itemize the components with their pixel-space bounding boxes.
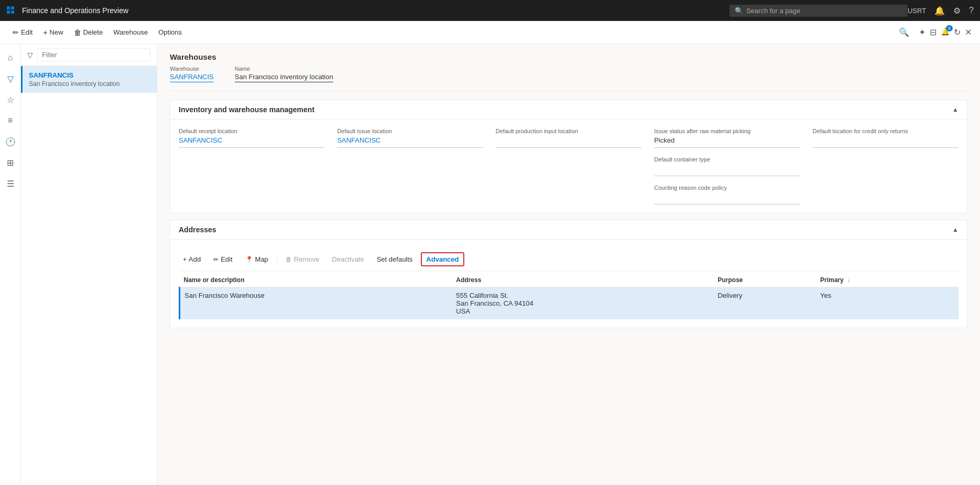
search-icon: 🔍	[735, 7, 743, 15]
new-label: New	[50, 28, 63, 36]
inventory-section-header[interactable]: Inventory and warehouse management ▲	[170, 100, 967, 120]
field-counting-reason-label: Counting reason code policy	[654, 185, 800, 191]
warehouses-title: Warehouses	[170, 52, 967, 61]
map-address-button[interactable]: 📍 Map	[241, 253, 273, 265]
advanced-label: Advanced	[426, 255, 459, 263]
refresh-icon[interactable]: ↻	[954, 27, 961, 37]
inventory-section: Inventory and warehouse management ▲ Def…	[170, 100, 967, 213]
delete-button[interactable]: 🗑 Delete	[70, 25, 107, 40]
section-divider-1	[170, 91, 967, 91]
warehouse-name-value[interactable]: San Francisco inventory location	[235, 73, 333, 82]
list-panel: ▽ SANFRANCIS San Francisco inventory loc…	[21, 44, 157, 485]
user-display: USRT	[908, 7, 926, 15]
warehouse-id-value[interactable]: SANFRANCIS	[170, 73, 214, 82]
svg-rect-3	[11, 10, 14, 14]
list-filter-input[interactable]	[37, 48, 150, 61]
warehouse-id-label: Warehouse	[170, 66, 214, 72]
sort-icon: ↓	[847, 277, 850, 283]
advanced-button[interactable]: Advanced	[421, 252, 464, 266]
warehouse-button[interactable]: Warehouse	[109, 25, 152, 39]
field-default-issue: Default issue location SANFANCISC	[337, 128, 483, 148]
svg-rect-2	[7, 10, 10, 14]
field-default-receipt-value[interactable]: SANFANCISC	[179, 136, 324, 148]
inventory-section-content: Default receipt location SANFANCISC Defa…	[170, 120, 967, 213]
topnav-right: USRT 🔔 ⚙ ?	[908, 6, 974, 16]
edit-address-button[interactable]: ✏ Edit	[209, 253, 236, 265]
sidebar-home-icon[interactable]: ⌂	[1, 48, 20, 67]
global-search[interactable]: 🔍	[729, 5, 908, 17]
add-label: Add	[189, 255, 201, 263]
field-issue-status: Issue status after raw material picking …	[654, 128, 800, 148]
app-menu-icon[interactable]	[6, 6, 16, 15]
new-button[interactable]: + New	[39, 25, 67, 40]
field-default-issue-value[interactable]: SANFANCISC	[337, 136, 483, 148]
svg-rect-0	[7, 6, 10, 9]
remove-label: Remove	[294, 255, 319, 263]
field-credit-returns: Default location for credit only returns	[813, 128, 959, 148]
remove-address-button[interactable]: 🗑 Remove	[281, 253, 323, 265]
notification-badge[interactable]: 🔔8	[941, 27, 950, 37]
table-row[interactable]: San Francisco Warehouse 555 California S…	[180, 287, 959, 320]
inventory-fields-grid: Default receipt location SANFANCISC Defa…	[179, 128, 959, 204]
col-address-header: Address	[452, 273, 713, 287]
edit-button[interactable]: ✏ Edit	[8, 25, 37, 40]
edit-addr-label: Edit	[221, 255, 232, 263]
list-filter-icon[interactable]: ▽	[27, 51, 33, 59]
sidebar-recent-icon[interactable]: 🕐	[1, 132, 20, 151]
search-input[interactable]	[746, 7, 902, 15]
warehouse-fields: Warehouse SANFRANCIS Name San Francisco …	[170, 66, 967, 82]
map-label: Map	[255, 255, 268, 263]
col-purpose-header: Purpose	[713, 273, 816, 287]
sidebar-favorites-icon[interactable]: ☆	[1, 90, 20, 109]
field-default-production: Default production input location	[496, 128, 641, 148]
add-address-button[interactable]: + Add	[179, 253, 205, 265]
settings-icon[interactable]: ⚙	[953, 6, 961, 16]
delete-icon: 🗑	[74, 28, 81, 37]
sidebar-filter-icon[interactable]: ▽	[1, 69, 20, 88]
close-icon[interactable]: ✕	[965, 27, 972, 37]
warehouse-name-field: Name San Francisco inventory location	[235, 66, 333, 82]
field-credit-returns-value[interactable]	[813, 136, 959, 148]
options-button[interactable]: Options	[154, 25, 186, 39]
deactivate-address-button[interactable]: Deactivate	[328, 253, 368, 265]
field-container-type-value[interactable]	[654, 165, 800, 176]
cell-name: San Francisco Warehouse	[180, 287, 452, 320]
addresses-section-title: Addresses	[179, 225, 216, 234]
help-icon[interactable]: ?	[969, 6, 974, 15]
field-issue-status-value[interactable]: Picked	[654, 136, 800, 148]
layout-icon[interactable]: ⊟	[930, 27, 937, 37]
field-credit-returns-label: Default location for credit only returns	[813, 128, 959, 134]
map-icon: 📍	[245, 256, 253, 263]
warehouse-label: Warehouse	[113, 28, 148, 36]
field-default-issue-label: Default issue location	[337, 128, 483, 134]
list-item[interactable]: SANFRANCIS San Francisco inventory locat…	[21, 66, 157, 93]
command-search-icon[interactable]: 🔍	[896, 24, 912, 40]
command-bar: ✏ Edit + New 🗑 Delete Warehouse Options …	[0, 21, 980, 44]
sidebar-menu-icon[interactable]: ≡	[1, 111, 20, 130]
field-default-receipt-label: Default receipt location	[179, 128, 324, 134]
addresses-section-header[interactable]: Addresses ▲	[170, 220, 967, 240]
edit-addr-icon: ✏	[213, 256, 219, 263]
edit-icon: ✏	[13, 28, 19, 37]
svg-rect-1	[11, 6, 14, 9]
delete-label: Delete	[83, 28, 103, 36]
addresses-chevron-icon: ▲	[952, 226, 959, 233]
set-defaults-button[interactable]: Set defaults	[373, 253, 417, 265]
favorites-topright-icon[interactable]: ✦	[919, 27, 925, 37]
deactivate-label: Deactivate	[332, 255, 364, 263]
sidebar-list-icon[interactable]: ☰	[1, 174, 20, 193]
cell-primary: Yes	[816, 287, 933, 320]
edit-label: Edit	[21, 28, 32, 36]
bell-icon[interactable]: 🔔	[934, 6, 945, 16]
field-default-receipt: Default receipt location SANFANCISC	[179, 128, 324, 148]
top-navigation: Finance and Operations Preview 🔍 USRT 🔔 …	[0, 0, 980, 21]
warehouse-id-field: Warehouse SANFRANCIS	[170, 66, 214, 82]
inventory-section-title: Inventory and warehouse management	[179, 105, 314, 114]
sidebar-dashboard-icon[interactable]: ⊞	[1, 153, 20, 172]
field-default-production-value[interactable]	[496, 136, 641, 148]
icon-sidebar: ⌂ ▽ ☆ ≡ 🕐 ⊞ ☰	[0, 44, 21, 485]
warehouse-name-label: Name	[235, 66, 333, 72]
toolbar-separator	[277, 255, 277, 264]
options-label: Options	[158, 28, 182, 36]
field-counting-reason-value[interactable]	[654, 193, 800, 204]
